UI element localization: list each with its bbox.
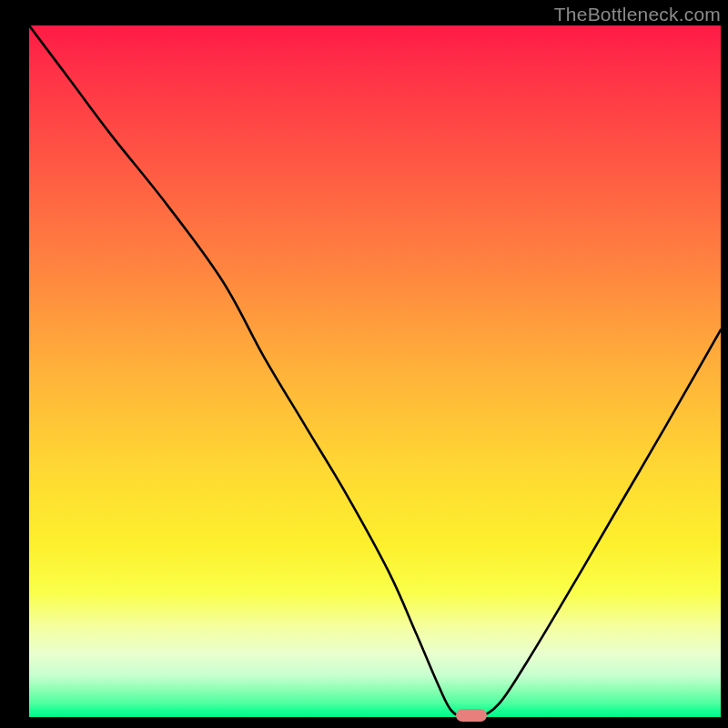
bottleneck-curve [29,25,721,717]
curve-svg [29,25,721,717]
plot-area [29,25,721,717]
watermark-text: TheBottleneck.com [554,4,721,25]
optimal-marker [456,709,487,722]
chart-frame: TheBottleneck.com [0,0,728,728]
